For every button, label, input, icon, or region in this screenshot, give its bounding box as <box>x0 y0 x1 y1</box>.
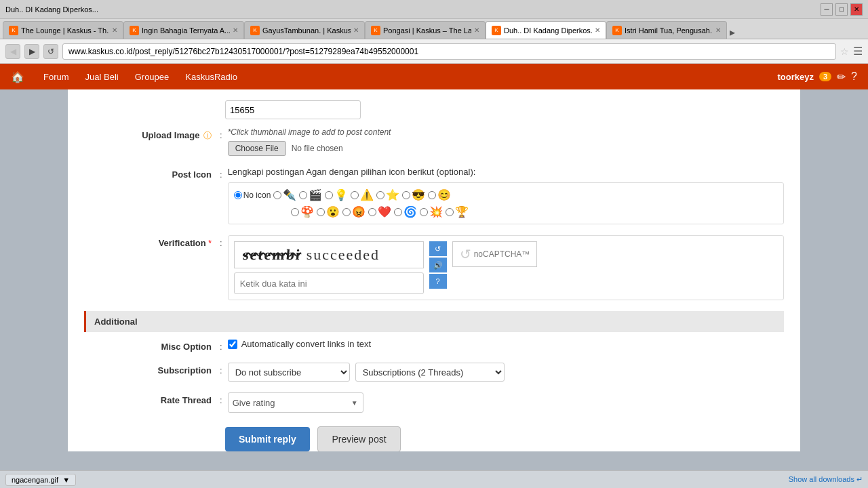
main-content: Upload Image ⓘ : *Click thumbnail image … <box>0 89 868 451</box>
show-all-downloads-link[interactable]: Show all downloads ↵ <box>789 475 863 484</box>
choose-file-button[interactable]: Choose File <box>228 141 286 156</box>
browser-frame: Duh.. DI Kadang Diperkos... ─ □ ✕ K The … <box>0 0 868 89</box>
upload-info-icon[interactable]: ⓘ <box>203 131 212 140</box>
top-input-row <box>84 100 784 119</box>
close-button[interactable]: ✕ <box>850 3 863 16</box>
tab-4[interactable]: K Pongasi | Kaskus – The La... ✕ <box>365 21 486 39</box>
post-icon-content: Lengkapi postingan Agan dengan pilihan i… <box>228 167 784 224</box>
icon-radio-6[interactable] <box>402 191 410 199</box>
minimize-button[interactable]: ─ <box>821 3 833 16</box>
nav-groupee[interactable]: Groupee <box>127 64 178 89</box>
maximize-button[interactable]: □ <box>835 3 848 16</box>
icon-radio-10[interactable] <box>342 208 351 216</box>
tab-3[interactable]: K GayusTambunan. | Kaskus... ✕ <box>244 21 365 39</box>
tab-favicon-3: K <box>250 26 260 35</box>
upload-image-row: Upload Image ⓘ : *Click thumbnail image … <box>84 127 784 156</box>
icon-emoji-2: 🎬 <box>309 188 322 201</box>
subscription-dropdown-2[interactable]: Subscriptions (2 Threads) <box>355 363 505 382</box>
top-input-field[interactable] <box>225 100 361 119</box>
rate-thread-wrapper: Give rating <box>228 392 363 413</box>
edit-icon[interactable]: ✏ <box>837 70 846 83</box>
submit-row: Submit reply Preview post <box>84 426 784 451</box>
new-tab-button[interactable]: ▸ <box>730 26 735 39</box>
captcha-succeeded: succeeded <box>307 246 380 264</box>
site-logo[interactable]: 🏠 <box>11 70 24 83</box>
icon-radio-3[interactable] <box>325 191 333 199</box>
icon-radio-4[interactable] <box>351 191 359 199</box>
icon-emoji-11: ❤️ <box>378 205 391 218</box>
nav-jualbeli[interactable]: Jual Beli <box>77 64 127 89</box>
back-button[interactable]: ◀ <box>5 44 20 59</box>
post-icon-description: Lengkapi postingan Agan dengan pilihan i… <box>228 167 784 177</box>
rate-thread-dropdown[interactable]: Give rating <box>228 392 363 413</box>
nav-kaskusradio[interactable]: KaskusRadio <box>177 64 245 89</box>
url-bar[interactable]: www.kaskus.co.id/post_reply/51276bc27b12… <box>62 43 836 60</box>
icon-emoji-4: ⚠️ <box>360 188 374 201</box>
icon-radio-14[interactable] <box>446 208 454 216</box>
icon-radio-1[interactable] <box>273 191 281 199</box>
top-input-content <box>225 100 784 119</box>
icon-emoji-1: ✒️ <box>283 188 296 201</box>
submit-content: Submit reply Preview post <box>225 426 784 451</box>
icon-emoji-14: 🏆 <box>455 205 469 218</box>
icon-option-1: ✒️ <box>273 188 296 201</box>
tab-close-3[interactable]: ✕ <box>353 26 359 34</box>
help-icon[interactable]: ? <box>851 70 857 83</box>
icon-option-4: ⚠️ <box>351 188 374 201</box>
icon-radio-8[interactable] <box>291 208 299 216</box>
captcha-controls: ↺ 🔊 ? <box>429 241 447 289</box>
icon-radio-11[interactable] <box>368 208 376 216</box>
icon-radio-13[interactable] <box>420 208 428 216</box>
captcha-help-button[interactable]: ? <box>429 274 447 289</box>
icon-emoji-10: 😡 <box>352 205 366 218</box>
captcha-audio-button[interactable]: 🔊 <box>429 258 447 272</box>
upload-hint: *Click thumbnail image to add to post co… <box>228 127 784 137</box>
reload-button[interactable]: ↺ <box>43 44 58 59</box>
submit-reply-button[interactable]: Submit reply <box>225 427 310 451</box>
tab-close-2[interactable]: ✕ <box>233 26 238 34</box>
download-item[interactable]: ngacengan.gif ▼ <box>5 474 76 486</box>
download-filename: ngacengan.gif <box>12 476 58 484</box>
tab-close-5[interactable]: ✕ <box>595 26 600 34</box>
settings-icon[interactable]: ☰ <box>853 45 863 58</box>
tab-6[interactable]: K Istri Hamil Tua, Pengusah... ✕ <box>606 21 727 39</box>
icon-radio-9[interactable] <box>317 208 325 216</box>
post-icon-row: Post Icon : Lengkapi postingan Agan deng… <box>84 167 784 224</box>
icon-radio-none[interactable] <box>234 191 242 199</box>
captcha-refresh-button[interactable]: ↺ <box>429 241 447 256</box>
tab-favicon-1: K <box>9 26 18 35</box>
icon-radio-2[interactable] <box>299 191 307 199</box>
auto-convert-checkbox[interactable] <box>228 340 237 349</box>
tab-1[interactable]: K The Lounge | Kaskus - Th... ✕ <box>3 21 123 39</box>
icon-emoji-6: 😎 <box>412 188 425 201</box>
status-bar: ngacengan.gif ▼ Show all downloads ↵ <box>0 470 868 488</box>
title-bar-left: Duh.. DI Kadang Diperkos... <box>5 5 98 14</box>
icon-option-6: 😎 <box>402 188 425 201</box>
forward-button[interactable]: ▶ <box>24 44 39 59</box>
icon-radio-12[interactable] <box>394 208 402 216</box>
bookmark-icon[interactable]: ☆ <box>840 46 849 57</box>
icon-radio-7[interactable] <box>428 191 436 199</box>
username-display[interactable]: toorkeyz <box>778 72 814 82</box>
nav-forum[interactable]: Forum <box>35 64 77 89</box>
subscription-selects: Do not subscribe Subscriptions (2 Thread… <box>228 363 784 382</box>
icon-option-7: 😊 <box>428 188 451 201</box>
tab-5[interactable]: K Duh.. DI Kadang Diperkos... ✕ <box>486 21 606 39</box>
subscription-dropdown-1[interactable]: Do not subscribe <box>228 363 350 382</box>
tab-close-1[interactable]: ✕ <box>112 26 117 34</box>
tab-2[interactable]: K Ingin Bahagia Ternyata A... ✕ <box>123 21 244 39</box>
icon-option-13: 💥 <box>420 205 443 218</box>
icon-option-11: ❤️ <box>368 205 391 218</box>
captcha-image: setembi succeeded <box>234 241 424 268</box>
icon-radio-5[interactable] <box>376 191 384 199</box>
captcha-input[interactable] <box>234 272 424 294</box>
notification-badge[interactable]: 3 <box>819 72 831 81</box>
tab-close-4[interactable]: ✕ <box>474 26 479 34</box>
tab-close-6[interactable]: ✕ <box>715 26 721 34</box>
title-bar-right: ─ □ ✕ <box>821 3 863 16</box>
tab-label-4: Pongasi | Kaskus – The La... <box>383 26 471 35</box>
recaptcha-spinner: ↺ <box>460 246 471 262</box>
top-input-label <box>84 100 220 103</box>
tab-favicon-5: K <box>492 26 501 35</box>
preview-post-button[interactable]: Preview post <box>317 426 400 451</box>
